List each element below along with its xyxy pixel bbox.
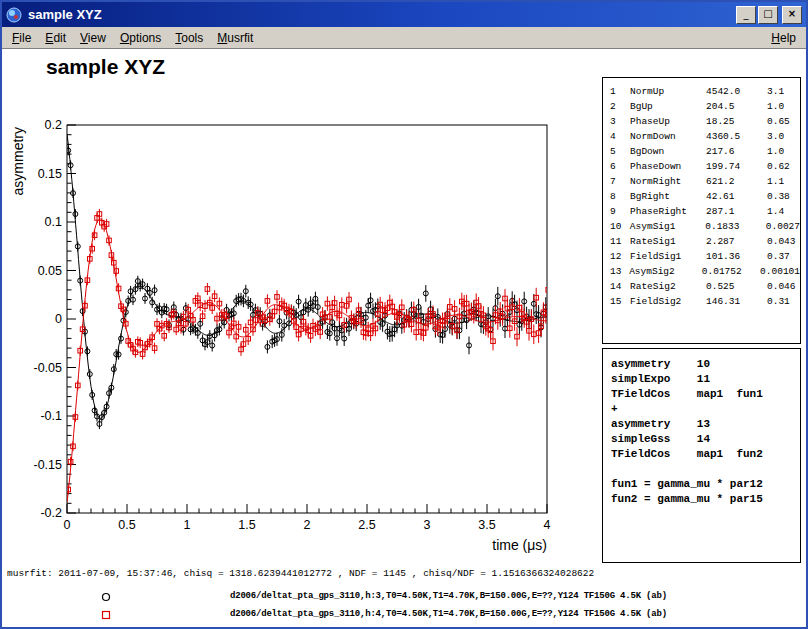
maximize-button[interactable]: □	[758, 6, 778, 24]
param-val: 101.36	[706, 249, 767, 264]
parameter-row: 5BgDown217.61.0	[610, 144, 800, 159]
legend-circle-marker-icon	[100, 591, 112, 603]
param-no: 3	[610, 114, 630, 129]
param-name: FieldSig2	[630, 294, 706, 309]
x-tick-label: 3.5	[478, 518, 495, 532]
param-no: 13	[610, 264, 629, 279]
asymmetry-plot[interactable]: 00.511.522.533.54-0.2-0.15-0.1-0.0500.05…	[8, 107, 556, 559]
plot-area[interactable]: 00.511.522.533.54-0.2-0.15-0.1-0.0500.05…	[8, 107, 556, 559]
param-name: NormDown	[630, 129, 706, 144]
param-err: 0.046	[767, 279, 796, 294]
param-no: 4	[610, 129, 630, 144]
legend-square-marker-icon	[100, 609, 112, 621]
theory-line	[611, 462, 800, 477]
parameter-row: 4NormDown4360.53.0	[610, 129, 800, 144]
menu-item-musrfit[interactable]: Musrfit	[210, 29, 260, 47]
parameter-row: 2BgUp204.51.0	[610, 99, 800, 114]
theory-line: fun2 = gamma_mu * par15	[611, 492, 800, 507]
param-no: 14	[610, 279, 630, 294]
param-err: 0.65	[767, 114, 790, 129]
parameter-row: 14RateSig20.5250.046	[610, 279, 800, 294]
theory-line: simplExpo 11	[611, 372, 800, 387]
menu-item-help[interactable]: Help	[764, 29, 803, 47]
menu-item-edit[interactable]: Edit	[38, 29, 73, 47]
theory-line-h4	[67, 219, 547, 502]
param-val: 4360.5	[706, 129, 767, 144]
window-title: sample XYZ	[28, 7, 734, 22]
menu-group-right: Help	[764, 29, 803, 47]
menu-group-left: FileEditViewOptionsToolsMusrfit	[5, 29, 260, 47]
menu-item-view[interactable]: View	[73, 29, 113, 47]
parameter-row: 3PhaseUp18.250.65	[610, 114, 800, 129]
param-name: FieldSig1	[630, 249, 706, 264]
param-val: 42.61	[706, 189, 767, 204]
menu-item-tools[interactable]: Tools	[168, 29, 210, 47]
param-err: 0.38	[767, 189, 790, 204]
legend-row: d2006/deltat_pta_gps_3110,h:4,T0=4.50K,T…	[2, 607, 806, 624]
x-tick-label: 2.5	[358, 518, 375, 532]
menu-item-file[interactable]: File	[5, 29, 38, 47]
param-val: 287.1	[706, 204, 767, 219]
x-axis-title: time (μs)	[492, 537, 547, 553]
param-name: PhaseUp	[630, 114, 706, 129]
legend-label: d2006/deltat_pta_gps_3110,h:3,T0=4.50K,T…	[230, 591, 667, 601]
param-err: 1.1	[767, 174, 784, 189]
parameter-row: 8BgRight42.610.38	[610, 189, 800, 204]
param-err: 0.62	[767, 159, 790, 174]
parameter-table: 1NormUp4542.03.12BgUp204.51.03PhaseUp18.…	[602, 77, 801, 344]
parameter-row: 10AsymSig10.18330.0027	[610, 219, 800, 234]
param-val: 217.6	[706, 144, 767, 159]
param-val: 0.01752	[702, 264, 760, 279]
param-val: 18.25	[706, 114, 767, 129]
parameter-row: 13AsymSig20.017520.00101	[610, 264, 800, 279]
param-val: 621.2	[706, 174, 767, 189]
x-tick-label: 1	[184, 518, 191, 532]
param-no: 8	[610, 189, 630, 204]
minimize-button[interactable]: _	[736, 6, 756, 24]
app-icon[interactable]	[6, 7, 22, 23]
y-tick-label: -0.1	[40, 409, 62, 423]
parameter-row: 9PhaseRight287.11.4	[610, 204, 800, 219]
param-val: 0.525	[706, 279, 767, 294]
param-err: 3.0	[767, 129, 784, 144]
param-no: 12	[610, 249, 630, 264]
plot-title: sample XYZ	[46, 55, 165, 79]
x-tick-label: 3	[424, 518, 431, 532]
data-points-h4	[66, 209, 551, 495]
parameter-row: 11RateSig12.2870.043	[610, 234, 800, 249]
param-err: 0.37	[767, 249, 790, 264]
y-axis-title: asymmetry	[10, 127, 26, 195]
y-tick-label: 0.05	[38, 264, 62, 278]
legend-label: d2006/deltat_pta_gps_3110,h:4,T0=4.50K,T…	[230, 609, 667, 619]
fit-stats-line: musrfit: 2011-07-09, 15:37:46, chisq = 1…	[7, 568, 594, 579]
plot-frame	[67, 125, 547, 513]
theory-line: fun1 = gamma_mu * par12	[611, 477, 800, 492]
param-err: 3.1	[767, 84, 784, 99]
close-button[interactable]: ×	[782, 6, 802, 24]
theory-line: asymmetry 13	[611, 417, 800, 432]
param-name: AsymSig1	[630, 219, 705, 234]
param-val: 199.74	[706, 159, 767, 174]
theory-line: TFieldCos map1 fun2	[611, 447, 800, 462]
param-name: AsymSig2	[629, 264, 702, 279]
param-val: 0.1833	[705, 219, 766, 234]
param-no: 5	[610, 144, 630, 159]
param-name: NormUp	[630, 84, 706, 99]
x-tick-label: 4	[544, 518, 551, 532]
x-tick-label: 2	[304, 518, 311, 532]
theory-line-h3	[67, 134, 547, 418]
param-name: PhaseDown	[630, 159, 706, 174]
menu-item-options[interactable]: Options	[113, 29, 168, 47]
param-no: 15	[610, 294, 630, 309]
y-tick-label: 0.1	[45, 215, 62, 229]
parameter-row: 1NormUp4542.03.1	[610, 84, 800, 99]
titlebar[interactable]: sample XYZ _ □ ×	[2, 2, 806, 27]
parameter-row: 15FieldSig2146.310.31	[610, 294, 800, 309]
y-tick-label: 0.15	[38, 167, 62, 181]
param-name: PhaseRight	[630, 204, 706, 219]
theory-box: asymmetry 10simplExpo 11TFieldCos map1 f…	[602, 348, 801, 563]
param-name: NormRight	[630, 174, 706, 189]
parameter-row: 12FieldSig1101.360.37	[610, 249, 800, 264]
x-tick-label: 0	[64, 518, 71, 532]
param-no: 6	[610, 159, 630, 174]
